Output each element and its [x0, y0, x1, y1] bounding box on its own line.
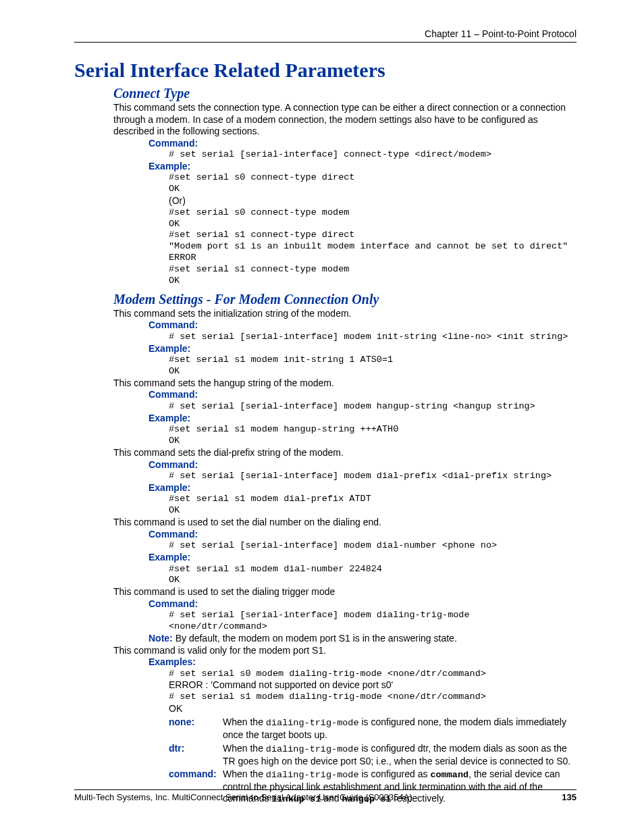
modem-c1: # set serial [serial-interface] modem in… — [169, 332, 576, 343]
connect-ex2: #set serial s0 connect-type modem — [169, 207, 576, 219]
connect-intro: This command sets the connection type. A… — [113, 102, 576, 138]
example-label: Example: — [149, 343, 576, 355]
examples-label: Examples: — [149, 656, 576, 669]
ok-text: OK — [169, 505, 576, 517]
command-label: Command: — [149, 389, 576, 401]
modem-c5b: <none/dtr/command> — [169, 621, 576, 633]
modem-c3: # set serial [serial-interface] modem di… — [169, 471, 576, 482]
connect-ex1: #set serial s0 connect-type direct — [169, 172, 576, 184]
note-label: Note: — [149, 633, 173, 644]
footer-text: Multi-Tech Systems, Inc. MultiConnect Se… — [74, 792, 412, 803]
page-title: Serial Interface Related Parameters — [74, 57, 576, 83]
modem-e1: #set serial s1 modem init-string 1 ATS0=… — [169, 355, 576, 366]
command-label: Command: — [149, 319, 576, 332]
modem-p5: This command is used to set the dialing … — [113, 586, 576, 598]
def-dtr-val: When the dialing-trig-mode is configured… — [223, 743, 576, 767]
command-label: Command: — [149, 598, 576, 610]
page-footer: Multi-Tech Systems, Inc. MultiConnect Se… — [74, 789, 576, 803]
modem-c4: # set serial [serial-interface] modem di… — [169, 540, 576, 552]
note-text: By default, the modem on modem port S1 i… — [173, 633, 457, 644]
def-dtr-key: dtr: — [169, 743, 223, 767]
example-label: Example: — [149, 482, 576, 494]
ok-text: OK — [169, 219, 576, 230]
ok-text: OK — [169, 436, 576, 447]
connect-command: # set serial [serial-interface] connect-… — [169, 149, 576, 161]
ok-text: OK — [169, 366, 576, 377]
modem-p3: This command sets the dial-prefix string… — [113, 447, 576, 459]
error-text: ERROR — [169, 253, 576, 264]
ex-s0: # set serial s0 modem dialing-trig-mode … — [169, 669, 576, 680]
modem-c5a: # set serial [serial-interface] modem di… — [169, 610, 576, 621]
connect-err: "Modem port s1 is an inbuilt modem inter… — [169, 241, 576, 253]
example-label: Example: — [149, 413, 576, 425]
modem-p2: This command sets the hangup string of t… — [113, 377, 576, 390]
ok-text: OK — [169, 276, 576, 287]
def-none-val: When the dialing-trig-mode is configured… — [223, 716, 576, 741]
modem-p1: This command sets the initialization str… — [113, 308, 576, 320]
or-text: (Or) — [169, 195, 576, 207]
section-modem-settings: Modem Settings - For Modem Connection On… — [113, 291, 576, 308]
ok-text: OK — [169, 575, 576, 586]
example-label: Example: — [149, 161, 576, 173]
example-label: Example: — [149, 552, 576, 564]
def-none-key: none: — [169, 716, 223, 741]
modem-e3: #set serial s1 modem dial-prefix ATDT — [169, 494, 576, 505]
ex-s1: # set serial s1 modem dialing-trig-mode … — [169, 692, 576, 703]
ex-s0-err: ERROR : 'Command not supported on device… — [169, 679, 576, 692]
modem-e4: #set serial s1 modem dial-number 224824 — [169, 564, 576, 575]
def-dtr: dtr: When the dialing-trig-mode is confi… — [169, 743, 576, 767]
page-number: 135 — [562, 792, 576, 803]
command-label: Command: — [149, 459, 576, 471]
chapter-header: Chapter 11 – Point-to-Point Protocol — [74, 28, 576, 43]
modem-p4: This command is used to set the dial num… — [113, 517, 576, 529]
connect-ex4: #set serial s1 connect-type modem — [169, 264, 576, 276]
modem-p6: This command is valid only for the modem… — [113, 645, 576, 657]
section-connect-type: Connect Type — [113, 85, 576, 102]
connect-ex3: #set serial s1 connect-type direct — [169, 230, 576, 241]
note-line: Note: By default, the modem on modem por… — [149, 633, 576, 645]
modem-c2: # set serial [serial-interface] modem ha… — [169, 401, 576, 413]
def-none: none: When the dialing-trig-mode is conf… — [169, 716, 576, 741]
command-label: Command: — [149, 529, 576, 541]
ok-text: OK — [169, 703, 576, 715]
ok-text: OK — [169, 184, 576, 195]
command-label: Command: — [149, 138, 576, 150]
modem-e2: #set serial s1 modem hangup-string +++AT… — [169, 424, 576, 436]
